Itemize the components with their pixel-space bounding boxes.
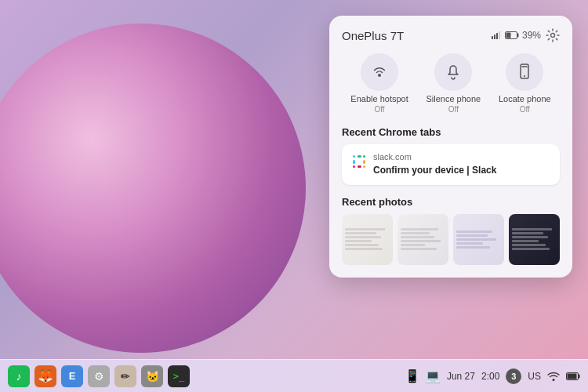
- chrome-section-title: Recent Chrome tabs: [342, 126, 560, 138]
- silence-icon-bg: [434, 53, 472, 91]
- svg-rect-13: [353, 155, 355, 158]
- photo-content-1: [342, 225, 393, 253]
- panel-title: OnePlus 7T: [342, 29, 404, 42]
- signal-icon: [491, 30, 502, 41]
- svg-rect-3: [499, 31, 500, 39]
- svg-rect-16: [363, 160, 365, 164]
- taskbar-settings-icon[interactable]: ⚙: [88, 365, 110, 387]
- taskbar-time: 2:00: [481, 371, 499, 382]
- editor-symbol: E: [69, 370, 76, 382]
- slack-logo-icon: [351, 154, 367, 169]
- svg-rect-14: [358, 155, 361, 158]
- taskbar-tools-icon[interactable]: ✏: [114, 365, 136, 387]
- taskbar-right-icons: 📱 💻: [405, 368, 441, 383]
- svg-point-10: [524, 75, 525, 77]
- taskbar-num-badge[interactable]: 3: [506, 368, 521, 384]
- photo-content-3: [453, 227, 504, 252]
- hotspot-action[interactable]: Enable hotspot Off: [350, 53, 408, 114]
- terminal-symbol: >_: [173, 371, 184, 382]
- locate-sub: Off: [520, 105, 530, 114]
- svg-rect-17: [363, 165, 365, 168]
- taskbar-editor-icon[interactable]: E: [61, 365, 83, 387]
- badge-num: 3: [511, 372, 516, 381]
- svg-rect-6: [506, 33, 510, 38]
- taskbar-terminal-icon[interactable]: >_: [168, 365, 190, 387]
- game-symbol: 🐱: [146, 370, 159, 383]
- locate-label: Locate phone: [499, 94, 551, 103]
- settings-icon[interactable]: [546, 28, 560, 42]
- taskbar: ♪ 🦊 E ⚙ ✏ 🐱 >_ 📱 💻 Jun 27 2:00: [0, 359, 588, 392]
- svg-rect-12: [353, 160, 355, 164]
- photo-content-2: [397, 225, 448, 253]
- silence-action[interactable]: Silence phone Off: [426, 53, 481, 114]
- taskbar-phone-icon[interactable]: 📱: [405, 368, 420, 383]
- chrome-tab-card[interactable]: slack.com Confirm your device | Slack: [342, 144, 560, 185]
- svg-rect-15: [363, 155, 365, 158]
- phone-panel: OnePlus 7T 39%: [329, 16, 572, 278]
- svg-rect-22: [568, 373, 577, 379]
- photo-thumb-1[interactable]: [342, 214, 393, 265]
- panel-header-right: 39%: [491, 28, 560, 42]
- svg-rect-0: [492, 36, 493, 39]
- battery-info: 39%: [491, 30, 541, 41]
- taskbar-right: 📱 💻 Jun 27 2:00 3 US: [405, 368, 580, 384]
- chrome-tab-url: slack.com: [373, 152, 550, 162]
- svg-point-7: [551, 34, 555, 38]
- svg-point-8: [378, 74, 381, 77]
- taskbar-country: US: [528, 371, 541, 382]
- battery-icon: [505, 31, 519, 40]
- svg-rect-1: [494, 34, 495, 39]
- firefox-symbol: 🦊: [38, 368, 53, 383]
- silence-sub: Off: [448, 105, 459, 114]
- photo-content-4: [509, 225, 560, 253]
- taskbar-wifi-icon: [547, 371, 560, 382]
- locate-action[interactable]: Locate phone Off: [499, 53, 551, 114]
- svg-rect-18: [358, 165, 361, 168]
- locate-icon: [515, 63, 534, 82]
- hotspot-icon-bg: [361, 53, 398, 91]
- taskbar-firefox-icon[interactable]: 🦊: [34, 365, 56, 387]
- panel-header: OnePlus 7T 39%: [342, 28, 560, 42]
- taskbar-laptop-icon[interactable]: 💻: [425, 368, 441, 383]
- svg-rect-2: [496, 33, 498, 39]
- chrome-tabs-section: Recent Chrome tabs slack.com Confirm you…: [342, 126, 560, 185]
- desktop-bg-circle: [0, 24, 306, 353]
- quick-actions: Enable hotspot Off Silence phone Off: [342, 53, 560, 114]
- spotify-symbol: ♪: [16, 370, 22, 383]
- silence-icon: [444, 63, 463, 82]
- svg-rect-5: [517, 34, 518, 38]
- hotspot-sub: Off: [374, 105, 384, 114]
- taskbar-battery-icon: [566, 372, 580, 381]
- taskbar-game-icon[interactable]: 🐱: [141, 365, 163, 387]
- taskbar-spotify-icon[interactable]: ♪: [8, 365, 30, 387]
- silence-label: Silence phone: [426, 94, 481, 103]
- photos-section: Recent photos: [342, 196, 560, 265]
- hotspot-icon: [370, 63, 389, 82]
- tools-symbol: ✏: [121, 370, 130, 383]
- photo-thumb-2[interactable]: [397, 214, 448, 265]
- chrome-tab-title: Confirm your device | Slack: [373, 164, 550, 177]
- taskbar-date: Jun 27: [447, 371, 475, 382]
- photos-grid: [342, 214, 560, 265]
- battery-percent: 39%: [522, 30, 541, 41]
- svg-rect-19: [353, 165, 355, 168]
- photos-section-title: Recent photos: [342, 196, 560, 208]
- chrome-tab-content: slack.com Confirm your device | Slack: [373, 152, 550, 177]
- photo-thumb-4[interactable]: [509, 214, 560, 265]
- svg-rect-21: [579, 374, 580, 378]
- settings-symbol: ⚙: [94, 370, 104, 383]
- locate-icon-bg: [506, 53, 543, 91]
- hotspot-label: Enable hotspot: [350, 94, 408, 103]
- taskbar-left: ♪ 🦊 E ⚙ ✏ 🐱 >_: [8, 365, 190, 387]
- photo-thumb-3[interactable]: [453, 214, 504, 265]
